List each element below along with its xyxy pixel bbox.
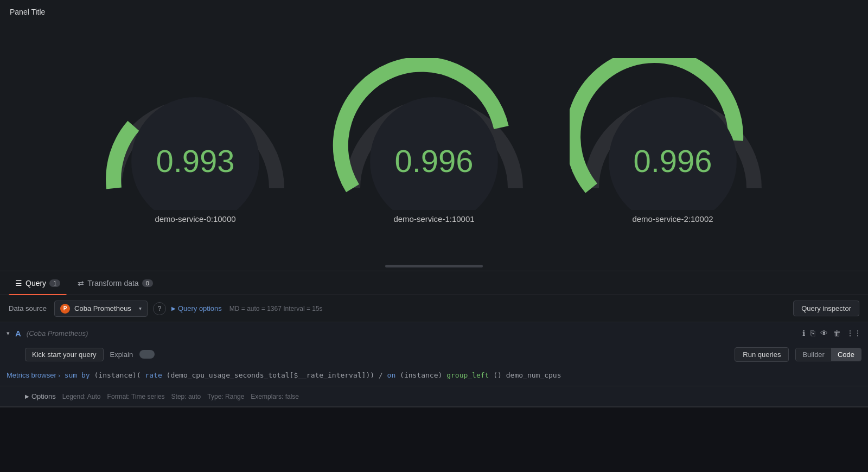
options-chevron-icon: ▶ — [25, 393, 29, 399]
code-tab[interactable]: Code — [831, 348, 861, 361]
options-format: Format: Time series — [107, 393, 165, 400]
datasource-name: Coba Prometheus — [74, 304, 131, 312]
query-row-actions: ℹ ⎘ 👁 🗑 ⋮⋮ — [802, 329, 861, 337]
tab-query-badge: 1 — [49, 279, 60, 287]
options-type: Type: Range — [207, 393, 244, 400]
datasource-selector[interactable]: P Coba Prometheus ▾ — [54, 301, 148, 317]
gauge-svg-1: 0.993 — [92, 58, 298, 210]
builder-code-tabs: Builder Code — [795, 348, 861, 361]
datasource-label: Data source — [9, 304, 47, 312]
collapse-arrow-icon[interactable]: ▾ — [7, 330, 10, 337]
run-queries-button[interactable]: Run queries — [735, 347, 789, 362]
tab-query[interactable]: ☰ Query 1 — [9, 271, 67, 295]
tab-transform[interactable]: ⇄ Transform data 0 — [71, 271, 159, 295]
options-step: Step: auto — [171, 393, 201, 400]
scroll-indicator — [385, 265, 483, 267]
query-delete-icon[interactable]: 🗑 — [833, 329, 841, 337]
tab-bar: ☰ Query 1 ⇄ Transform data 0 — [0, 271, 868, 295]
query-group-left: group_left — [446, 371, 489, 379]
query-row-header: ▾ A (Coba Prometheus) ℹ ⎘ 👁 🗑 ⋮⋮ — [0, 322, 868, 344]
tab-transform-badge: 0 — [142, 279, 153, 287]
metrics-browser-label: Metrics browser — [7, 371, 56, 379]
kick-start-row: Kick start your query Explain Run querie… — [0, 344, 868, 365]
query-rate: rate — [145, 371, 162, 379]
query-inspector-button[interactable]: Query inspector — [793, 301, 859, 316]
svg-text:0.993: 0.993 — [156, 143, 234, 178]
query-drag-icon[interactable]: ⋮⋮ — [846, 329, 861, 337]
explain-label: Explain — [110, 350, 133, 359]
builder-tab[interactable]: Builder — [796, 348, 831, 361]
gauge-label-2: demo-service-1:10001 — [393, 214, 474, 224]
query-row: ▾ A (Coba Prometheus) ℹ ⎘ 👁 🗑 ⋮⋮ Kick st… — [0, 322, 868, 407]
svg-text:0.996: 0.996 — [394, 143, 473, 178]
gauge-svg-2: 0.996 — [331, 58, 537, 210]
query-input[interactable]: sum by (instance)( rate (demo_cpu_usage_… — [65, 371, 861, 379]
query-datasource-name: (Coba Prometheus) — [27, 329, 88, 337]
options-legend: Legend: Auto — [62, 393, 101, 400]
query-letter: A — [15, 329, 21, 338]
query-visibility-icon[interactable]: 👁 — [820, 329, 828, 337]
gauge-label-1: demo-service-0:10000 — [155, 214, 235, 224]
gauge-2: 0.996 demo-service-1:10001 — [331, 58, 537, 224]
metrics-browser-button[interactable]: Metrics browser › — [7, 371, 60, 379]
query-icon: ☰ — [15, 279, 22, 288]
svg-text:0.996: 0.996 — [633, 143, 712, 178]
query-copy-icon[interactable]: ⎘ — [810, 329, 815, 337]
query-section: ☰ Query 1 ⇄ Transform data 0 Data source… — [0, 271, 868, 407]
gauge-label-3: demo-service-2:10002 — [632, 214, 713, 224]
prometheus-icon: P — [60, 304, 70, 314]
kick-start-button[interactable]: Kick start your query — [25, 348, 104, 361]
explain-toggle[interactable] — [139, 350, 155, 359]
options-toggle[interactable]: ▶ Options — [25, 392, 56, 400]
gauges-container: 0.993 demo-service-0:10000 0.996 demo-se… — [0, 0, 868, 271]
transform-icon: ⇄ — [78, 279, 84, 288]
query-sum-by: sum by — [65, 371, 90, 379]
metrics-browser-row: Metrics browser › sum by (instance)( rat… — [0, 365, 868, 386]
gauge-svg-3: 0.996 — [570, 58, 776, 210]
panel-area: Panel Title 0.993 demo-service-0:10000 — [0, 0, 868, 271]
query-options-label: Query options — [178, 304, 222, 312]
panel-title: Panel Title — [10, 8, 45, 16]
gauge-1: 0.993 demo-service-0:10000 — [92, 58, 298, 224]
query-meta: MD = auto = 1367 Interval = 15s — [229, 305, 323, 312]
options-exemplars: Exemplars: false — [251, 393, 299, 400]
toolbar: Data source P Coba Prometheus ▾ ? ▶ Quer… — [0, 295, 868, 322]
metrics-browser-arrow-icon: › — [58, 373, 60, 379]
help-icon[interactable]: ? — [153, 302, 166, 315]
tab-query-label: Query — [25, 279, 46, 288]
tab-transform-label: Transform data — [87, 279, 138, 288]
query-on: on — [387, 371, 396, 379]
options-row: ▶ Options Legend: Auto Format: Time seri… — [0, 386, 868, 407]
query-options-button[interactable]: ▶ Query options — [171, 304, 222, 312]
datasource-chevron-icon: ▾ — [139, 305, 142, 311]
query-info-icon[interactable]: ℹ — [802, 329, 805, 337]
gauge-3: 0.996 demo-service-2:10002 — [570, 58, 776, 224]
options-label: Options — [31, 392, 56, 400]
query-options-arrow-icon: ▶ — [171, 305, 176, 311]
